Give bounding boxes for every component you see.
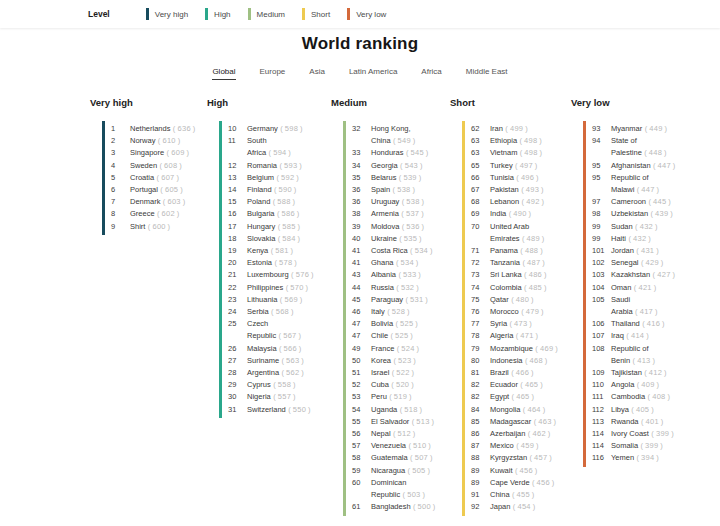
rank-number: 63 (471, 147, 490, 159)
country-name: Yemen (611, 453, 634, 462)
country-score: ( 427 ) (650, 270, 675, 279)
country-score: ( 592 ) (274, 173, 299, 182)
country-name: Nicaragua (371, 466, 405, 475)
column-header: High (207, 97, 320, 108)
ranking-row: 107Iraq ( 414 ) (586, 330, 689, 342)
rank-entry: Portugal ( 605 ) (130, 184, 196, 196)
country-name: Ecuador (490, 380, 518, 389)
legend-item-short: Short (302, 8, 330, 20)
country-score: ( 570 ) (283, 283, 308, 292)
country-score: ( 519 ) (387, 392, 412, 401)
ranking-row: 88Kyrgyzstan ( 457 ) (465, 452, 560, 464)
ranking-row: 86Azerbaijan ( 462 ) (465, 428, 560, 440)
ranking-row: 30Nigeria ( 557 ) (222, 391, 320, 403)
rank-entry: Costa Rica ( 534 ) (371, 245, 439, 257)
ranking-row: 99Sudan ( 432 ) (586, 221, 689, 233)
country-name: Algeria (490, 331, 513, 340)
country-name: State of Palestine (611, 136, 642, 157)
ranking-row: 24Serbia ( 568 ) (222, 306, 320, 318)
tab-middle-east[interactable]: Middle East (466, 67, 508, 80)
rank-number: 21 (228, 269, 247, 281)
tab-europe[interactable]: Europe (260, 67, 286, 80)
rank-number: 68 (471, 196, 490, 208)
country-name: Poland (247, 197, 270, 206)
rank-number: 39 (352, 221, 371, 233)
country-score: ( 569 ) (277, 295, 302, 304)
rank-entry: Serbia ( 568 ) (247, 306, 312, 318)
rank-entry: Netherlands ( 636 ) (130, 123, 196, 135)
ranking-row: 46Italy ( 528 ) (346, 306, 439, 318)
ranking-row: 63Ethiopia ( 498 ) (465, 135, 560, 147)
country-name: Iraq (611, 331, 624, 340)
rank-entry: Sri Lanka ( 486 ) (490, 269, 560, 281)
ranking-row: 82Egypt ( 465 ) (465, 391, 560, 403)
country-score: ( 610 ) (155, 136, 180, 145)
ranking-row: 6Portugal ( 605 ) (105, 184, 196, 196)
rank-entry: Cyprus ( 558 ) (247, 379, 312, 391)
rank-entry: Rwanda ( 401 ) (611, 416, 678, 428)
tab-latin-america[interactable]: Latin America (349, 67, 397, 80)
country-name: Ethiopia (490, 136, 517, 145)
country-name: Uzbekistan (611, 209, 648, 218)
country-score: ( 538 ) (390, 185, 415, 194)
country-score: ( 487 ) (520, 258, 545, 267)
country-name: Iran (490, 124, 503, 133)
rank-entry: Angola ( 409 ) (611, 379, 678, 391)
country-score: ( 531 ) (403, 295, 428, 304)
rank-entry: United Arab Emirates ( 489 ) (490, 221, 560, 245)
country-score: ( 588 ) (270, 197, 295, 206)
ranking-row: 111Cambodia ( 408 ) (586, 391, 689, 403)
country-name: Oman (611, 283, 631, 292)
country-name: Honduras (371, 148, 404, 157)
ranking-row: 1Netherlands ( 636 ) (105, 123, 196, 135)
country-name: Egypt (490, 392, 509, 401)
rank-entry: Israel ( 522 ) (371, 367, 439, 379)
rank-entry: Guatemala ( 507 ) (371, 452, 439, 464)
rank-entry: Romania ( 593 ) (247, 160, 312, 172)
country-name: Kyrgyzstan (490, 453, 527, 462)
rank-number: 55 (352, 416, 371, 428)
country-name: Guatemala (371, 453, 408, 462)
country-score: ( 532 ) (394, 283, 419, 292)
rank-entry: Azerbaijan ( 462 ) (490, 428, 560, 440)
country-score: ( 558 ) (271, 380, 296, 389)
region-tabs: GlobalEuropeAsiaLatin AmericaAfricaMiddl… (0, 67, 720, 80)
rank-number: 102 (592, 257, 611, 269)
ranking-row: 36Spain ( 538 ) (346, 184, 439, 196)
country-name: Korea (371, 356, 391, 365)
country-score: ( 524 ) (394, 344, 419, 353)
rank-entry: Iran ( 499 ) (490, 123, 560, 135)
country-score: ( 535 ) (397, 234, 422, 243)
rank-entry: Turkey ( 497 ) (490, 160, 560, 172)
country-score: ( 489 ) (520, 234, 545, 243)
rank-number: 95 (592, 172, 611, 196)
tab-africa[interactable]: Africa (421, 67, 441, 80)
country-name: Kenya (247, 246, 268, 255)
ranking-row: 106Thailand ( 416 ) (586, 318, 689, 330)
country-name: Cambodia (611, 392, 645, 401)
rank-entry: Spain ( 538 ) (371, 184, 439, 196)
ranking-row: 61Bangladesh ( 500 ) (346, 501, 439, 513)
country-score: ( 496 ) (514, 173, 539, 182)
country-name: Romania (247, 161, 277, 170)
country-score: ( 505 ) (405, 466, 430, 475)
rank-entry: Japan ( 454 ) (490, 501, 560, 513)
country-score: ( 485 ) (522, 283, 547, 292)
rank-entry: Slovakia ( 584 ) (247, 233, 312, 245)
country-score: ( 480 ) (509, 295, 534, 304)
country-name: Panama (490, 246, 518, 255)
tab-global[interactable]: Global (212, 67, 235, 80)
rank-entry: Kenya ( 581 ) (247, 245, 312, 257)
tab-asia[interactable]: Asia (309, 67, 325, 80)
rank-number: 97 (592, 196, 611, 208)
rank-entry: Denmark ( 603 ) (130, 196, 196, 208)
country-score: ( 401 ) (639, 417, 664, 426)
ranking-row: 114Somalia ( 399 ) (586, 440, 689, 452)
ranking-row: 44Russia ( 532 ) (346, 282, 439, 294)
ranking-row: 109Tajikistan ( 412 ) (586, 367, 689, 379)
ranking-row: 18Slovakia ( 584 ) (222, 233, 320, 245)
country-name: Philippines (247, 283, 283, 292)
ranking-row: 5Croatia ( 607 ) (105, 172, 196, 184)
rank-number: 60 (352, 477, 371, 501)
country-score: ( 414 ) (624, 331, 649, 340)
